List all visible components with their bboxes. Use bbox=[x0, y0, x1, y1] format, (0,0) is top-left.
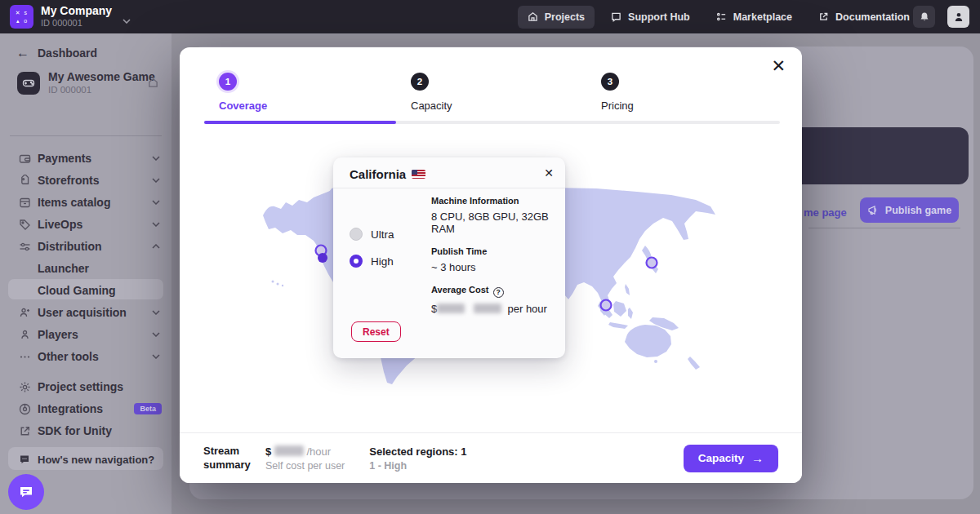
sidebar-item-cloud-gaming[interactable]: Cloud Gaming bbox=[0, 280, 172, 301]
map-new-zealand bbox=[688, 357, 700, 370]
sidebar: ← Dashboard My Awesome Game ID 000001 Pa… bbox=[0, 33, 172, 514]
us-flag-icon bbox=[412, 170, 425, 179]
help-icon[interactable]: ? bbox=[493, 287, 504, 298]
sidebar-back-dashboard[interactable]: ← Dashboard bbox=[0, 42, 172, 64]
step-label: Coverage bbox=[219, 100, 267, 112]
nav-label: Support Hub bbox=[628, 11, 690, 23]
nav-marketplace[interactable]: Marketplace bbox=[706, 6, 802, 29]
nav-label: Projects bbox=[545, 11, 585, 23]
sidebar-item-user-acquisition[interactable]: User acquisition bbox=[0, 302, 172, 323]
user-icon bbox=[953, 11, 964, 23]
step-number: 3 bbox=[601, 73, 619, 91]
nav-support-hub[interactable]: Support Hub bbox=[601, 6, 700, 29]
nav-label: Marketplace bbox=[733, 11, 792, 23]
company-name: My Company bbox=[41, 4, 112, 17]
close-icon[interactable]: ✕ bbox=[544, 166, 554, 179]
stepper-progress-fill bbox=[204, 121, 396, 124]
chevron-down-icon bbox=[152, 354, 160, 359]
divider bbox=[333, 188, 565, 188]
publish-game-button[interactable]: Publish game bbox=[860, 197, 959, 223]
cloud-gaming-setup-modal: ✕ 1 Coverage 2 Capacity 3 Pricing Califo… bbox=[180, 47, 802, 483]
back-arrow-icon: ← bbox=[16, 46, 29, 60]
step-number: 2 bbox=[411, 73, 429, 91]
quality-option-high[interactable]: High bbox=[350, 255, 394, 268]
sidebar-item-launcher[interactable]: Launcher bbox=[0, 258, 172, 279]
account-button[interactable] bbox=[947, 6, 969, 28]
divider bbox=[808, 228, 960, 228]
logo-glyph: ✕ bbox=[16, 10, 20, 16]
sidebar-item-project-settings[interactable]: Project settings bbox=[0, 376, 172, 397]
next-step-capacity-button[interactable]: Capacity → bbox=[684, 445, 778, 472]
nav-documentation[interactable]: Documentation bbox=[808, 6, 920, 29]
company-id: ID 000001 bbox=[41, 18, 112, 28]
company-logo[interactable]: ✕s▴o bbox=[10, 5, 33, 29]
nav-projects[interactable]: Projects bbox=[518, 6, 595, 29]
notifications-button[interactable] bbox=[913, 6, 935, 28]
step-number: 1 bbox=[219, 73, 237, 91]
chevron-up-icon bbox=[152, 244, 160, 249]
sidebar-item-players[interactable]: Players bbox=[0, 324, 172, 345]
chevron-down-icon bbox=[152, 222, 160, 227]
nav-label: Documentation bbox=[835, 11, 910, 23]
masked-price bbox=[274, 445, 304, 456]
chat-bubble-icon bbox=[17, 454, 32, 465]
map-philippines bbox=[625, 284, 630, 295]
machine-info-value: 8 CPU, 8GB GPU, 32GB RAM bbox=[431, 210, 565, 235]
home-icon bbox=[528, 11, 538, 22]
radio-selected[interactable] bbox=[350, 255, 363, 268]
sidebar-item-other-tools[interactable]: Other tools bbox=[0, 346, 172, 367]
radio-unselected[interactable] bbox=[350, 228, 363, 241]
step-coverage[interactable]: 1 Coverage bbox=[219, 73, 237, 91]
sidebar-item-integrations[interactable]: Integrations Beta bbox=[0, 398, 172, 419]
whats-new-navigation-row[interactable]: How's new navigation? bbox=[0, 449, 172, 470]
step-pricing[interactable]: 3 Pricing bbox=[601, 73, 619, 91]
publish-time-label: Publish Time bbox=[431, 246, 565, 256]
logo-glyph: o bbox=[24, 18, 27, 24]
self-cost-caption: Self cost per user bbox=[265, 460, 345, 472]
sidebar-game-card[interactable]: My Awesome Game ID 000001 bbox=[0, 70, 172, 106]
average-cost-value: $ per hour bbox=[431, 303, 565, 315]
sidebar-item-items-catalog[interactable]: Items catalog bbox=[0, 192, 172, 213]
sidebar-item-payments[interactable]: Payments bbox=[0, 148, 172, 169]
close-icon[interactable]: ✕ bbox=[771, 57, 786, 74]
region-dot-singapore[interactable] bbox=[601, 300, 612, 311]
company-switcher[interactable]: My Company ID 000001 bbox=[41, 4, 112, 28]
sidebar-item-storefronts[interactable]: Storefronts bbox=[0, 170, 172, 191]
sidebar-item-sdk-for-unity[interactable]: SDK for Unity bbox=[0, 420, 172, 441]
chat-bubble-icon bbox=[18, 484, 34, 500]
publish-game-label: Publish game bbox=[885, 205, 951, 216]
arrow-right-icon: → bbox=[751, 451, 764, 465]
home-icon[interactable] bbox=[148, 77, 158, 91]
user-icon bbox=[17, 329, 32, 341]
region-info-card: California ✕ Ultra High Machine Informat… bbox=[333, 157, 565, 358]
gear-icon bbox=[17, 381, 32, 393]
support-chat-launcher[interactable] bbox=[8, 474, 44, 510]
chevron-down-icon bbox=[152, 332, 160, 337]
step-capacity[interactable]: 2 Capacity bbox=[411, 73, 429, 91]
external-link-icon bbox=[818, 11, 829, 22]
megaphone-icon bbox=[867, 205, 879, 215]
selected-regions-count: Selected regions: 1 bbox=[369, 445, 466, 458]
step-label: Pricing bbox=[601, 100, 634, 112]
stream-summary-bar: Stream summary $ /hour Self cost per use… bbox=[180, 432, 802, 483]
region-dot-japan[interactable] bbox=[647, 258, 657, 268]
selected-regions-block: Selected regions: 1 1 - High bbox=[369, 445, 466, 472]
quality-option-ultra[interactable]: Ultra bbox=[350, 228, 394, 241]
reset-button[interactable]: Reset bbox=[351, 321, 401, 342]
stream-summary-label: Stream summary bbox=[203, 445, 262, 472]
map-java bbox=[608, 322, 628, 329]
region-dot-california-selected[interactable] bbox=[318, 253, 327, 263]
sidebar-item-liveops[interactable]: LiveOps bbox=[0, 214, 172, 235]
list-icon bbox=[716, 11, 727, 22]
top-bar: ✕s▴o My Company ID 000001 Projects Suppo… bbox=[0, 0, 980, 33]
bell-icon bbox=[919, 11, 930, 23]
map-australia bbox=[625, 325, 671, 357]
top-nav: Projects Support Hub Marketplace Documen… bbox=[518, 0, 920, 33]
gamepad-icon bbox=[17, 72, 40, 95]
game-page-link[interactable]: me page bbox=[804, 206, 847, 219]
sidebar-item-distribution[interactable]: Distribution bbox=[0, 236, 172, 257]
tag-icon bbox=[17, 175, 32, 187]
region-card-title: California bbox=[350, 167, 425, 181]
chevron-down-icon[interactable] bbox=[122, 12, 131, 27]
map-sulawesi bbox=[628, 308, 633, 319]
